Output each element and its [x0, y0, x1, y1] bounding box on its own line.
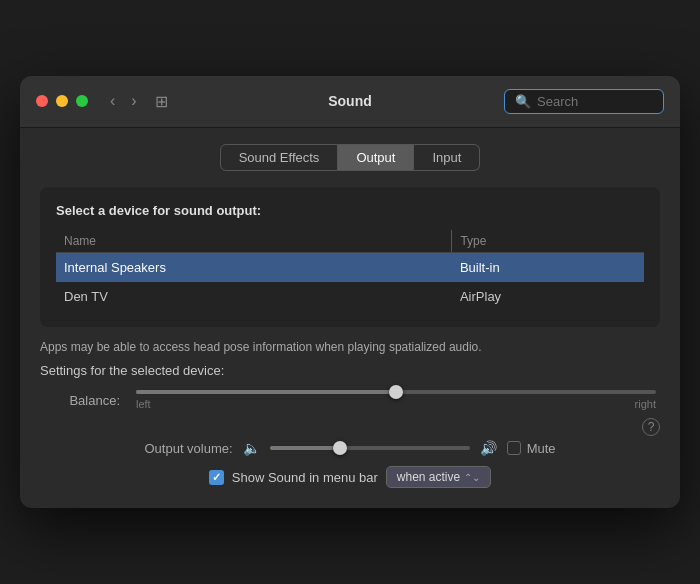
window-title: Sound	[328, 93, 372, 109]
volume-slider[interactable]	[270, 446, 470, 450]
volume-high-icon: 🔊	[480, 440, 497, 456]
mute-label: Mute	[527, 441, 556, 456]
mute-check[interactable]: Mute	[507, 441, 556, 456]
maximize-button[interactable]	[76, 95, 88, 107]
bottom-controls: Output volume: 🔈 🔊 Mute Show Sound in me…	[40, 436, 660, 488]
balance-slider[interactable]: left right	[132, 390, 660, 410]
balance-row: Balance: left right	[40, 390, 660, 410]
menubar-dropdown[interactable]: when active ⌃⌄	[386, 466, 491, 488]
device-type: Built-in	[452, 252, 644, 282]
balance-track	[136, 390, 656, 394]
balance-right-label: right	[635, 398, 656, 410]
main-window: ‹ › ⊞ Sound 🔍 Sound Effects Output Input…	[20, 76, 680, 509]
menubar-label: Show Sound in menu bar	[232, 470, 378, 485]
menubar-checkbox[interactable]	[209, 470, 224, 485]
spatialized-note: Apps may be able to access head pose inf…	[40, 339, 660, 356]
tab-output[interactable]: Output	[338, 144, 414, 171]
volume-fill	[270, 446, 340, 450]
content-area: Sound Effects Output Input Select a devi…	[20, 128, 680, 509]
balance-label: Balance:	[40, 393, 120, 408]
help-button[interactable]: ?	[642, 418, 660, 436]
device-row-internal[interactable]: Internal Speakers Built-in	[56, 252, 644, 282]
device-name: Internal Speakers	[56, 252, 452, 282]
volume-label: Output volume:	[144, 441, 232, 456]
grid-icon[interactable]: ⊞	[155, 92, 168, 111]
menubar-row: Show Sound in menu bar when active ⌃⌄	[209, 466, 491, 488]
traffic-lights	[36, 95, 88, 107]
close-button[interactable]	[36, 95, 48, 107]
dropdown-arrow-icon: ⌃⌄	[464, 472, 480, 483]
nav-buttons: ‹ ›	[104, 91, 143, 111]
titlebar: ‹ › ⊞ Sound 🔍	[20, 76, 680, 128]
balance-left-label: left	[136, 398, 151, 410]
device-name: Den TV	[56, 282, 452, 311]
volume-thumb[interactable]	[333, 441, 347, 455]
device-panel: Select a device for sound output: Name T…	[40, 187, 660, 327]
minimize-button[interactable]	[56, 95, 68, 107]
help-button-wrap: ?	[40, 418, 660, 436]
volume-row: Output volume: 🔈 🔊 Mute	[40, 440, 660, 456]
balance-labels: left right	[132, 398, 660, 410]
settings-label: Settings for the selected device:	[40, 363, 660, 378]
device-type: AirPlay	[452, 282, 644, 311]
forward-button[interactable]: ›	[125, 91, 142, 111]
volume-low-icon: 🔈	[243, 440, 260, 456]
tab-sound-effects[interactable]: Sound Effects	[220, 144, 339, 171]
search-box[interactable]: 🔍	[504, 89, 664, 114]
search-input[interactable]	[537, 94, 653, 109]
device-table: Name Type Internal Speakers Built-in Den…	[56, 230, 644, 311]
balance-thumb[interactable]	[389, 385, 403, 399]
col-name-header: Name	[56, 230, 452, 253]
mute-checkbox[interactable]	[507, 441, 521, 455]
menubar-dropdown-label: when active	[397, 470, 460, 484]
col-type-header: Type	[452, 230, 644, 253]
balance-fill	[136, 390, 396, 394]
panel-heading: Select a device for sound output:	[56, 203, 644, 218]
back-button[interactable]: ‹	[104, 91, 121, 111]
search-icon: 🔍	[515, 94, 531, 109]
device-row-dentv[interactable]: Den TV AirPlay	[56, 282, 644, 311]
tab-bar: Sound Effects Output Input	[40, 144, 660, 171]
tab-input[interactable]: Input	[414, 144, 480, 171]
